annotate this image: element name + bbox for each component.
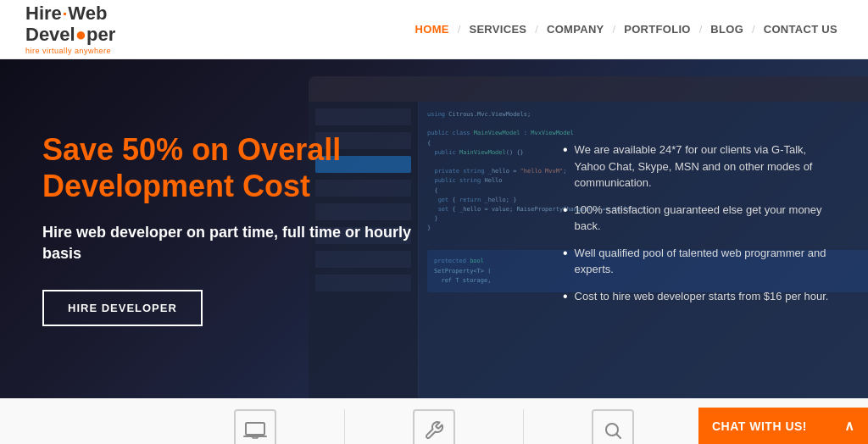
nav-sep-2: /: [535, 23, 538, 36]
hero-bullet-1: We are available 24*7 for our clients vi…: [563, 142, 834, 191]
nav-sep-5: /: [752, 23, 755, 36]
hero-title: Save 50% on Overall Development Cost: [42, 131, 432, 204]
logo-hire: Hire: [25, 3, 62, 24]
nav-portfolio[interactable]: PORTFOLIO: [619, 19, 696, 39]
hero-subtitle: Hire web developer on part time, full ti…: [42, 222, 432, 264]
nav-sep-4: /: [699, 23, 703, 36]
hero-content: Save 50% on Overall Development Cost Hir…: [0, 97, 475, 360]
nav-services[interactable]: SERVICES: [464, 19, 531, 39]
hire-developer-button[interactable]: HIRE DEVELOPER: [42, 290, 203, 326]
hero-section: using Citrous.Mvc.ViewModels; public cla…: [0, 59, 868, 398]
logo: Hire · Web Devel●per hire virtually anyw…: [25, 3, 115, 54]
logo-line1: Hire · Web: [25, 3, 115, 24]
wrench-icon: [413, 409, 455, 445]
feature-laptop: [166, 409, 345, 445]
svg-rect-0: [246, 423, 264, 435]
logo-oper: per: [86, 24, 115, 45]
feature-search: [524, 409, 702, 445]
code-line-3: public class MainViewModel : MvxViewMode…: [427, 129, 868, 138]
chat-widget[interactable]: CHAT WITH US! ∧: [698, 408, 868, 444]
chat-chevron-icon: ∧: [844, 418, 855, 434]
chat-label: CHAT WITH US!: [712, 419, 807, 433]
nav-sep-1: /: [458, 23, 461, 36]
nav-home[interactable]: HOME: [410, 19, 454, 39]
logo-oper-dot: ●: [75, 24, 86, 45]
nav-company[interactable]: COMPANY: [542, 19, 609, 39]
logo-dot1: ·: [63, 4, 68, 23]
logo-line2: Devel●per: [25, 25, 115, 45]
code-line-1: using Citrous.Mvc.ViewModels;: [427, 110, 868, 119]
header: Hire · Web Devel●per hire virtually anyw…: [0, 0, 868, 59]
laptop-icon: [234, 409, 276, 445]
logo-web: Web: [68, 3, 107, 24]
feature-wrench: [345, 409, 524, 445]
hero-bullets: We are available 24*7 for our clients vi…: [563, 142, 834, 315]
hero-bullet-3: Well qualified pool of talented web prog…: [563, 245, 834, 278]
logo-tagline: hire virtually anywhere: [25, 47, 115, 55]
nav-sep-3: /: [613, 23, 616, 36]
nav-contact[interactable]: CONTACT US: [759, 19, 843, 39]
main-nav: HOME / SERVICES / COMPANY / PORTFOLIO / …: [410, 19, 843, 39]
search-icon: [592, 409, 634, 445]
hero-bullet-4: Cost to hire web developer starts from $…: [563, 288, 834, 306]
nav-blog[interactable]: BLOG: [705, 19, 748, 39]
code-line-2: [427, 119, 868, 129]
logo-dev: Devel: [25, 24, 75, 45]
hero-bullet-2: 100% satisfaction guaranteed else get yo…: [563, 202, 834, 235]
